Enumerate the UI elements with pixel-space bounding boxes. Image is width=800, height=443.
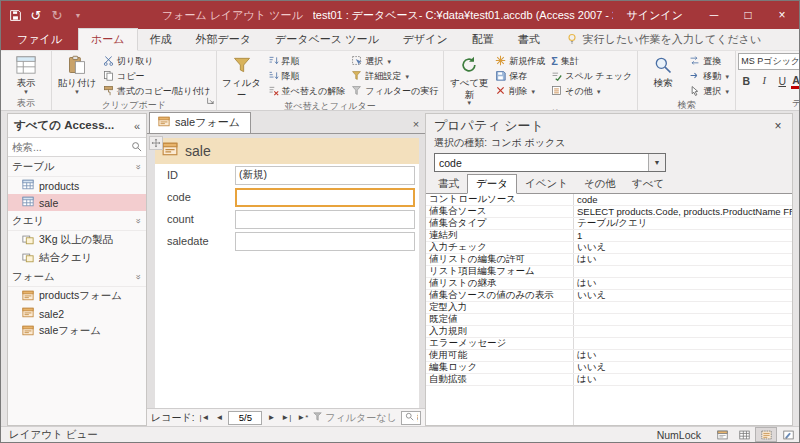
undo-icon[interactable]: ↺ (26, 4, 46, 26)
form-header[interactable]: sale (155, 138, 419, 164)
paste-button[interactable]: 貼り付け ▼ (54, 52, 100, 96)
property-value[interactable] (574, 266, 792, 277)
maximize-button[interactable]: □ (731, 1, 765, 29)
document-tab-saleform[interactable]: saleフォーム (149, 112, 251, 133)
nav-search-input[interactable] (12, 141, 128, 153)
property-name[interactable]: コントロールソース (426, 194, 574, 205)
nav-item-products[interactable]: products (8, 177, 146, 194)
tab-format[interactable]: 書式 (506, 29, 552, 50)
underline-button[interactable]: U (774, 73, 790, 89)
cut-button[interactable]: 切り取り (100, 54, 214, 69)
property-name[interactable]: 使用可能 (426, 350, 574, 361)
toggle-filter-button[interactable]: フィルターの実行 (348, 84, 441, 99)
property-value[interactable] (574, 338, 792, 349)
first-record-button[interactable]: |◄ (198, 413, 210, 422)
property-value[interactable]: はい (574, 350, 792, 361)
pstab-all[interactable]: すべて (624, 175, 672, 193)
pstab-event[interactable]: イベント (517, 175, 576, 193)
property-name[interactable]: リスト項目編集フォーム (426, 266, 574, 277)
property-name[interactable]: 編集ロック (426, 362, 574, 373)
property-value[interactable] (574, 302, 792, 313)
font-color-button[interactable]: A▼ (792, 73, 799, 89)
tab-create[interactable]: 作成 (138, 29, 184, 50)
property-name[interactable]: 定型入力 (426, 302, 574, 313)
property-value[interactable] (574, 326, 792, 337)
field-value-count[interactable] (235, 210, 415, 229)
property-name[interactable]: 既定値 (426, 314, 574, 325)
property-value[interactable]: いいえ (574, 290, 792, 301)
nav-item-query-join[interactable]: 結合クエリ (8, 249, 146, 267)
advanced-filter-button[interactable]: 詳細設定 ▼ (348, 69, 441, 84)
property-name[interactable]: 入力規則 (426, 326, 574, 337)
redo-icon[interactable]: ↻ (47, 4, 67, 26)
format-painter-button[interactable]: 書式のコピー/貼り付け (100, 84, 214, 99)
property-name[interactable]: 連結列 (426, 230, 574, 241)
tab-external-data[interactable]: 外部データ (184, 29, 264, 50)
italic-button[interactable]: I (756, 73, 772, 89)
previous-record-button[interactable]: ◄ (214, 413, 224, 422)
property-value[interactable]: code (574, 194, 792, 205)
sort-ascending-button[interactable]: 昇順 (265, 54, 349, 69)
property-name[interactable]: 値集合ソースの値のみの表示 (426, 290, 574, 301)
field-value-id[interactable]: (新規) (235, 166, 415, 185)
copy-button[interactable]: コピー (100, 69, 214, 84)
close-button[interactable]: × (765, 1, 799, 29)
property-sheet-close-icon[interactable]: × (770, 119, 786, 133)
design-view-button[interactable] (777, 427, 799, 442)
field-value-saledate[interactable] (235, 232, 415, 251)
new-blank-record-button[interactable]: ►* (296, 413, 309, 422)
nav-collapse-icon[interactable]: « (134, 120, 140, 132)
layout-move-handle-icon[interactable] (149, 136, 163, 150)
minimize-button[interactable]: ─ (697, 1, 731, 29)
select-button[interactable]: 選択 ▼ (686, 84, 733, 99)
replace-button[interactable]: 置換 (686, 54, 733, 69)
goto-button[interactable]: 移動 ▼ (686, 69, 733, 84)
property-value[interactable] (574, 314, 792, 325)
sort-descending-button[interactable]: 降順 (265, 69, 349, 84)
clear-sort-button[interactable]: 並べ替えの解除 (265, 84, 349, 99)
form-view-button[interactable] (711, 427, 733, 442)
document-close-icon[interactable]: × (407, 115, 425, 133)
field-label-count[interactable]: count (159, 213, 235, 225)
qat-customize-icon[interactable]: ▼ (68, 4, 88, 26)
property-value[interactable]: 1 (574, 230, 792, 241)
record-search-box[interactable] (401, 411, 421, 425)
tab-database-tools[interactable]: データベース ツール (263, 29, 391, 50)
record-position-input[interactable] (228, 411, 262, 425)
pstab-other[interactable]: その他 (576, 175, 624, 193)
layout-view-button[interactable] (755, 427, 777, 442)
property-value[interactable]: テーブル/クエリ (574, 218, 792, 229)
tab-design[interactable]: デザイン (391, 29, 460, 50)
field-label-saledate[interactable]: saledate (159, 235, 235, 247)
new-record-button[interactable]: 新規作成 (492, 54, 548, 69)
property-name[interactable]: 値集合タイプ (426, 218, 574, 229)
nav-item-sale2-form[interactable]: sale2 (8, 305, 146, 322)
nav-section-tables[interactable]: テーブル « (8, 157, 146, 177)
bold-button[interactable]: B (738, 73, 754, 89)
delete-record-button[interactable]: 削除 ▼ (492, 84, 548, 99)
spelling-button[interactable]: スペル チェック (548, 69, 635, 84)
tab-file[interactable]: ファイル (1, 29, 78, 50)
filter-button[interactable]: フィルター (219, 52, 265, 100)
refresh-all-button[interactable]: すべて更新 ▼ (446, 52, 492, 107)
pstab-data[interactable]: データ (467, 174, 517, 194)
find-button[interactable]: 検索 (640, 52, 686, 89)
tell-me-box[interactable]: 実行したい作業を入力してください (566, 32, 762, 47)
tab-home[interactable]: ホーム (78, 28, 138, 51)
chevron-down-icon[interactable]: ▼ (648, 154, 665, 171)
property-name[interactable]: 値リストの編集の許可 (426, 254, 574, 265)
font-name-combo[interactable]: MS Pゴシック (詳細) ▼ (738, 53, 799, 70)
totals-button[interactable]: Σ 集計 (548, 54, 635, 69)
nav-item-sale[interactable]: sale (8, 194, 146, 211)
object-selector-combo[interactable]: code ▼ (434, 153, 666, 172)
datasheet-view-button[interactable] (733, 427, 755, 442)
save-record-button[interactable]: 保存 (492, 69, 548, 84)
sign-in-button[interactable]: サインイン (613, 8, 697, 23)
property-name[interactable]: 自動拡張 (426, 374, 574, 385)
property-name[interactable]: 入力チェック (426, 242, 574, 253)
property-value[interactable]: SELECT products.Code, products.ProductNa… (574, 206, 792, 217)
nav-search-box[interactable] (8, 137, 146, 157)
property-name[interactable]: エラーメッセージ (426, 338, 574, 349)
field-value-code-combo[interactable] (235, 188, 415, 207)
field-label-id[interactable]: ID (159, 169, 235, 181)
